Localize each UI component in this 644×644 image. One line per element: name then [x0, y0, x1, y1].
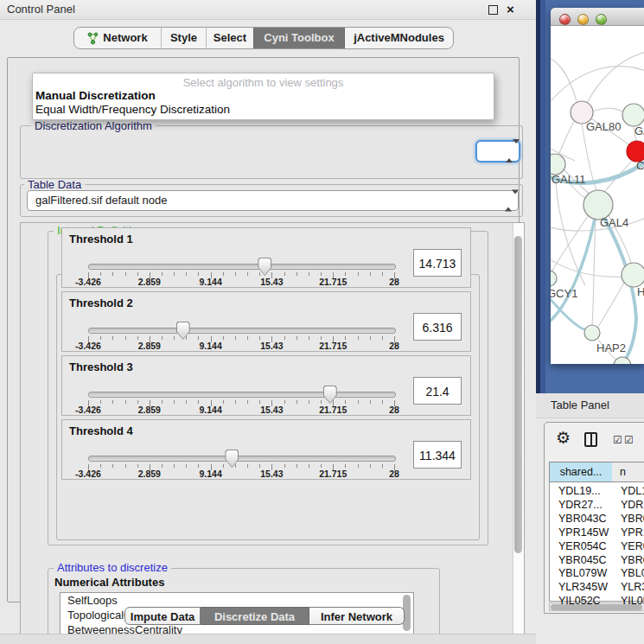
network-view-window: GAL80GACGAL11GAL4GCY1HHAP2 — [551, 8, 644, 364]
network-node-hap2[interactable] — [584, 325, 600, 341]
slider-tick — [296, 464, 297, 468]
slider-tick-label: 21.715 — [319, 341, 347, 351]
threshold-slider-track[interactable] — [88, 264, 396, 270]
network-node-gal11[interactable] — [551, 154, 565, 175]
slider-tick — [358, 400, 359, 404]
slider-tick-label: 9.144 — [199, 277, 221, 287]
network-node-ga[interactable] — [622, 104, 644, 126]
threshold-1-box: Threshold 1-3.4262.8599.14415.4321.71528… — [61, 227, 471, 288]
threshold-slider-knob[interactable] — [176, 322, 190, 340]
tab-label: jActiveMNodules — [354, 28, 444, 48]
close-traffic-icon[interactable] — [559, 14, 571, 25]
slider-tick — [296, 400, 297, 404]
cell-name: YPR145W — [621, 526, 644, 539]
table-panel-header: Table Panel — [536, 393, 644, 418]
slider-tick — [223, 464, 224, 468]
slider-tick — [370, 272, 371, 276]
slider-tick — [100, 272, 101, 276]
table-row[interactable]: YBL079WYBL079W — [550, 567, 644, 581]
slider-tick — [345, 464, 346, 468]
column-header-name[interactable]: n — [612, 462, 644, 482]
slider-tick — [370, 336, 371, 340]
columns-icon[interactable] — [584, 432, 597, 447]
control-panel-window: Control Panel × NetworkStyleSelectCyni T… — [0, 0, 536, 644]
slider-tick — [284, 336, 285, 340]
panel-scrollbar-thumb[interactable] — [514, 236, 522, 553]
close-icon[interactable]: × — [507, 1, 514, 18]
cell-name: YBR045C — [621, 554, 644, 566]
threshold-3-box: Threshold 3-3.4262.8599.14415.4321.71528… — [61, 355, 471, 416]
slider-tick — [284, 464, 285, 468]
table-row[interactable]: YBR043CYBR043C — [550, 513, 644, 526]
tab-style[interactable]: Style — [161, 28, 206, 48]
network-node-h[interactable] — [622, 263, 644, 287]
threshold-value-field[interactable]: 21.4 — [413, 377, 462, 405]
slider-tick — [259, 400, 260, 404]
popup-item-manual-discretization[interactable]: Manual Discretization — [35, 89, 156, 102]
slider-tick — [247, 336, 248, 340]
slider-tick — [345, 272, 346, 276]
threshold-slider-track[interactable] — [88, 392, 396, 398]
tab-jactivemnodules[interactable]: jActiveMNodules — [344, 28, 453, 48]
table-row[interactable]: YDL19...YDL19 — [550, 485, 644, 499]
slider-tick-label: 15.43 — [260, 469, 283, 479]
popup-item-equal-width-frequency[interactable]: Equal Width/Frequency Discretization — [35, 103, 230, 116]
cell-shared-name: YDR27... — [558, 499, 603, 511]
table-row[interactable]: YBR045CYBR045C — [550, 554, 644, 568]
slider-tick — [137, 400, 138, 404]
algorithm-placeholder-item[interactable]: Select algorithm to view settings — [33, 76, 494, 89]
slider-tick — [247, 272, 248, 276]
tab-select[interactable]: Select — [206, 28, 253, 48]
algorithm-combo[interactable] — [475, 140, 520, 163]
tab-cyni-toolbox[interactable]: Cyni Toolbox — [253, 28, 344, 48]
slider-tick-label: 28 — [389, 341, 399, 351]
minimize-traffic-icon[interactable] — [577, 14, 589, 25]
slider-tick — [284, 400, 285, 404]
network-node-label: GA — [634, 124, 644, 137]
column-header-shared-name[interactable]: shared... — [549, 462, 613, 482]
tab-network[interactable]: Network — [74, 28, 161, 48]
zoom-traffic-icon[interactable] — [596, 14, 607, 25]
table-row[interactable]: YER054CYER054C — [550, 540, 644, 554]
threshold-slider-track[interactable] — [88, 328, 396, 334]
network-node-gcy1[interactable] — [551, 271, 557, 286]
slider-tick — [112, 464, 113, 468]
table-data-combo[interactable]: galFiltered.sif default node — [27, 190, 519, 211]
network-edge — [551, 57, 577, 101]
table-row[interactable]: YPR145WYPR145W — [550, 526, 644, 540]
slider-tick — [358, 464, 359, 468]
network-edge — [592, 108, 623, 112]
slider-tick — [247, 464, 248, 468]
network-node-gal4[interactable] — [583, 190, 613, 220]
threshold-value-field[interactable]: 6.316 — [413, 313, 462, 341]
network-node[interactable] — [614, 357, 631, 364]
threshold-slider-knob[interactable] — [225, 450, 239, 468]
slider-tick — [186, 336, 187, 340]
slider-tick — [162, 400, 163, 404]
bottom-tab-impute-data[interactable]: Impute Data — [124, 607, 201, 625]
checkbox-icon[interactable]: ☑ — [624, 435, 634, 445]
float-icon[interactable] — [488, 5, 498, 15]
slider-tick — [321, 336, 322, 340]
bottom-tab-infer-network[interactable]: Infer Network — [309, 607, 405, 625]
cell-name: YDR27 — [621, 499, 644, 511]
checkbox-icon[interactable]: ☑ — [613, 435, 622, 445]
table-row[interactable]: YDR27...YDR27 — [550, 499, 644, 513]
network-node-label: GAL4 — [600, 216, 628, 229]
threshold-slider-knob[interactable] — [323, 386, 337, 404]
slider-tick-label: 2.859 — [138, 341, 161, 351]
threshold-value-field[interactable]: 11.344 — [413, 441, 462, 469]
cell-name: YER054C — [621, 540, 644, 552]
threshold-slider-track[interactable] — [88, 456, 396, 462]
table-panel-title: Table Panel — [551, 399, 609, 411]
table-row[interactable]: YLR345WYLR345W — [550, 581, 644, 595]
table-row[interactable]: YIL052CYIL052C — [550, 595, 644, 609]
network-canvas[interactable]: GAL80GACGAL11GAL4GCY1HHAP2 — [551, 26, 644, 364]
slider-tick — [309, 464, 309, 468]
slider-tick — [162, 336, 163, 340]
combo-arrows-icon — [505, 194, 512, 207]
gear-icon[interactable]: ⚙ — [556, 430, 571, 447]
threshold-value-field[interactable]: 14.713 — [413, 249, 462, 277]
bottom-tab-discretize-data[interactable]: Discretize Data — [201, 607, 309, 625]
attribute-item[interactable]: SelfLoops — [61, 593, 413, 608]
